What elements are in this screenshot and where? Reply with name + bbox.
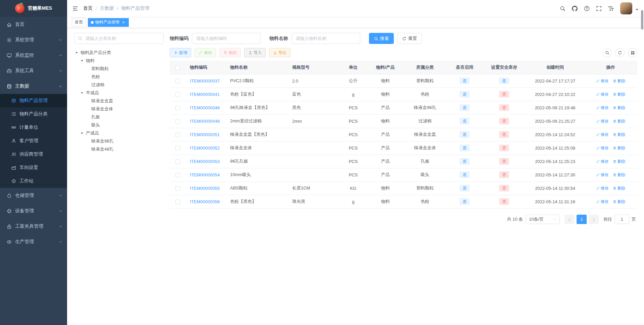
view-tab[interactable]: 首页 [72,18,86,27]
search-button[interactable]: 搜索 [369,33,394,44]
page-number-button[interactable]: 1 [577,215,587,224]
safety-stock-badge[interactable]: 否 [499,145,509,151]
enabled-badge[interactable]: 是 [460,145,470,151]
row-edit-button[interactable]: 修改 [596,78,609,84]
material-code-link[interactable]: ITEM00000041 [190,92,220,97]
tree-node[interactable]: 移液盒盒盖 [74,97,164,105]
safety-stock-badge[interactable]: 否 [499,198,509,205]
material-code-link[interactable]: ITEM00000051 [190,132,220,137]
breadcrumb-item[interactable]: 主数据 [100,5,114,11]
sidebar-item[interactable]: 仓储管理 [0,188,67,203]
row-edit-button[interactable]: 修改 [596,199,609,205]
row-checkbox[interactable] [175,92,180,97]
safety-stock-badge[interactable]: 否 [499,118,509,124]
enabled-badge[interactable]: 是 [460,171,470,178]
safety-stock-badge[interactable]: 是 [499,77,509,84]
row-edit-button[interactable]: 修改 [596,105,609,111]
sidebar-subitem[interactable]: 物料产品管理 [0,94,67,107]
plus-action-button[interactable]: 新增 [170,48,191,57]
row-delete-button[interactable]: 删除 [613,78,626,84]
scrollbar-thumb[interactable] [641,10,643,30]
material-code-input[interactable] [192,33,261,44]
row-checkbox[interactable] [175,159,180,164]
row-checkbox[interactable] [175,106,180,110]
row-edit-button[interactable]: 修改 [596,172,609,178]
row-delete-button[interactable]: 删除 [613,105,626,111]
app-logo-area[interactable]: 苦糖果MES [0,0,67,17]
tree-node[interactable]: 过滤棉 [74,81,164,89]
close-icon[interactable]: × [121,20,126,25]
prev-page-button[interactable] [565,215,575,224]
sidebar-subitem[interactable]: 客户管理 [0,134,67,148]
tree-node[interactable]: 孔板 [74,113,164,121]
tree-node[interactable]: 塑料颗粒 [74,65,164,73]
search-tool-button[interactable] [602,48,612,57]
material-code-link[interactable]: ITEM00000055 [190,186,220,191]
tree-node[interactable]: 色粉 [74,73,164,81]
row-checkbox[interactable] [175,132,180,137]
row-edit-button[interactable]: 修改 [596,185,609,191]
row-delete-button[interactable]: 删除 [613,118,626,124]
row-edit-button[interactable]: 修改 [596,92,609,97]
material-code-link[interactable]: ITEM00000053 [190,159,220,164]
delete-action-button[interactable]: 删除 [219,48,241,57]
tree-node[interactable]: 物料及产品分类 [74,49,164,57]
goto-page-input[interactable] [614,215,629,224]
nav-fullscreen-button[interactable] [593,0,604,17]
material-code-link[interactable]: ITEM00000052 [190,146,220,151]
material-code-link[interactable]: ITEM00000046 [190,105,220,110]
row-delete-button[interactable]: 删除 [613,185,626,191]
material-code-link[interactable]: ITEM00000049 [190,119,220,124]
sidebar-subitem[interactable]: 供应商管理 [0,148,67,161]
sidebar-item[interactable]: 系统监控 [0,48,67,63]
row-checkbox[interactable] [175,173,180,177]
grid-tool-button[interactable] [628,48,637,57]
sidebar-item[interactable]: 首页 [0,17,67,32]
row-delete-button[interactable]: 删除 [613,199,626,205]
sidebar-item[interactable]: 系统工具 [0,63,67,78]
safety-stock-badge[interactable]: 否 [499,185,509,192]
select-all-checkbox[interactable] [175,65,180,70]
edit-action-button[interactable]: 修改 [195,48,216,57]
row-delete-button[interactable]: 删除 [613,172,626,178]
row-delete-button[interactable]: 删除 [613,92,626,97]
enabled-badge[interactable]: 是 [460,158,470,165]
page-size-select[interactable]: 10条/页 [526,215,560,224]
sidebar-item[interactable]: 主数据 [0,78,67,94]
sidebar-item[interactable]: 生产管理 [0,234,67,250]
user-menu[interactable] [620,2,641,14]
material-code-link[interactable]: ITEM00000056 [190,199,220,204]
sidebar-subitem[interactable]: 工作站 [0,174,67,188]
safety-stock-badge[interactable]: 否 [499,104,509,111]
row-edit-button[interactable]: 修改 [596,118,609,124]
sidebar-toggle-button[interactable] [67,0,83,17]
row-edit-button[interactable]: 修改 [596,132,609,138]
sidebar-subitem[interactable]: 计量单位 [0,121,67,134]
tree-node[interactable]: 物料 [74,57,164,65]
enabled-badge[interactable]: 是 [460,91,470,98]
row-edit-button[interactable]: 修改 [596,145,609,151]
safety-stock-badge[interactable]: 否 [499,131,509,138]
enabled-badge[interactable]: 是 [460,104,470,111]
enabled-badge[interactable]: 是 [460,131,470,138]
row-checkbox[interactable] [175,146,180,151]
safety-stock-badge[interactable]: 否 [499,171,509,178]
tree-node[interactable]: 移液盒盒体 [74,105,164,113]
row-checkbox[interactable] [175,79,180,84]
download-action-button[interactable]: 导出 [269,48,290,57]
reset-button[interactable]: 重置 [397,33,422,44]
enabled-badge[interactable]: 是 [460,77,470,84]
row-checkbox[interactable] [175,186,180,191]
material-code-link[interactable]: ITEM00000054 [190,172,220,177]
enabled-badge[interactable]: 是 [460,118,470,124]
row-delete-button[interactable]: 删除 [613,145,626,151]
material-name-input[interactable] [291,33,360,44]
next-page-button[interactable] [589,215,599,224]
sidebar-subitem[interactable]: 物料产品分类 [0,107,67,121]
sidebar-item[interactable]: 工装夹具管理 [0,219,67,234]
refresh-tool-button[interactable] [615,48,625,57]
safety-stock-badge[interactable]: 否 [499,158,509,165]
category-search-input[interactable] [74,33,164,44]
sidebar-item[interactable]: 系统管理 [0,32,67,48]
material-code-link[interactable]: ITEM00000037 [190,78,220,84]
